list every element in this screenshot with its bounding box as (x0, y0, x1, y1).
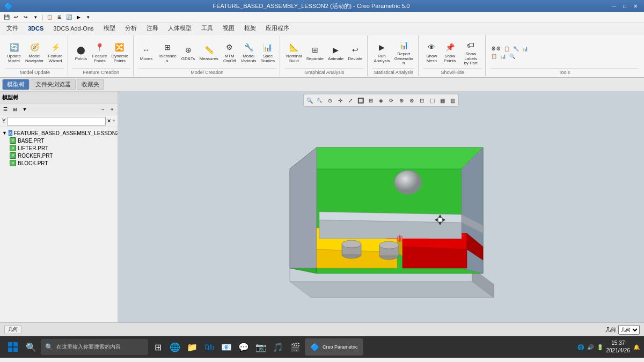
store-icon[interactable]: 🛍 (202, 339, 217, 354)
tool4-icon[interactable]: ▶ (75, 13, 83, 21)
tool3-icon[interactable]: 🔄 (65, 13, 74, 21)
music-icon[interactable]: 🎵 (270, 339, 286, 354)
dynamic-points-button[interactable]: 🔀 DynamicPoints (109, 40, 129, 65)
menu-tools[interactable]: 工具 (197, 23, 217, 33)
tree-sort-icon[interactable]: ▼ (20, 105, 29, 114)
clock[interactable]: 15:37 2021/4/26 (606, 339, 631, 354)
geometry-button[interactable]: 几何 (4, 325, 21, 334)
undo-icon[interactable]: ↩ (12, 13, 20, 21)
view2-button[interactable]: ⬚ (427, 95, 437, 105)
battery-icon[interactable]: 🔋 (597, 344, 603, 350)
feature-points-button[interactable]: 📍 FeaturePoints (91, 40, 109, 65)
axis-button[interactable]: ◈ (376, 95, 386, 105)
tool-btn-7[interactable]: 🔍 (508, 53, 516, 60)
tree-expand-icon[interactable]: ⊞ (11, 105, 19, 114)
zoom-in-button[interactable]: 🔍 (305, 95, 314, 105)
menu-3dcs[interactable]: 3DCS (24, 24, 48, 33)
wechat-icon[interactable]: 💬 (236, 339, 251, 354)
menu-3dcs-addons[interactable]: 3DCS Add-Ons (49, 24, 98, 33)
mtm-button[interactable]: ⚙ MTMOn/Off (221, 40, 238, 65)
show-points-button[interactable]: 📌 ShowPoints (441, 40, 458, 65)
model-variants-button[interactable]: 🔧 ModelVariants (239, 40, 258, 65)
tree-item-rocker[interactable]: P ROCKER.PRT (1, 152, 116, 159)
feature-wizard-button[interactable]: ⚡ FeatureWizard (46, 40, 64, 65)
view-select[interactable]: 几何 (618, 325, 640, 335)
tool-btn-6[interactable]: 📊 (499, 53, 507, 60)
moves-button[interactable]: ↔️ Moves (138, 42, 155, 63)
rotate-button[interactable]: ⤢ (346, 95, 355, 105)
nominal-build-button[interactable]: 📐 NominalBuild (284, 40, 303, 65)
menu-model[interactable]: 模型 (99, 23, 120, 33)
tool1-icon[interactable]: 📋 (46, 13, 54, 21)
show-labels-button[interactable]: 🏷 Show Labelsby Part (459, 38, 482, 67)
spec-studies-button[interactable]: 📊 SpecStudies (259, 40, 276, 65)
viewport[interactable]: 🔍 🔍- ⊙ ✛ ⤢ 🔲 ⊞ ◈ ⟳ ⊕ ⊗ ⊡ ⬚ ▦ ▧ (118, 92, 644, 322)
update-model-button[interactable]: 🔄 UpdateModel (5, 40, 23, 65)
tool-btn-1[interactable]: ⚙⚙ (490, 45, 502, 52)
view1-button[interactable]: ⊡ (417, 95, 427, 105)
menu-frame[interactable]: 框架 (240, 23, 260, 33)
title-controls[interactable]: ─ □ ✕ (610, 2, 640, 10)
tab-file-browser[interactable]: 文件夹浏览器 (31, 79, 76, 90)
tool-btn-2[interactable]: 📋 (503, 45, 511, 52)
tree-nav-icon[interactable]: → (98, 105, 107, 114)
menu-annotations[interactable]: 注释 (142, 23, 163, 33)
menu-view[interactable]: 视图 (218, 23, 239, 33)
grid-button[interactable]: ⊞ (366, 95, 376, 105)
render-button[interactable]: ▦ (437, 95, 447, 105)
report-generation-button[interactable]: 📊 ReportGeneration (392, 38, 415, 67)
gdts-button[interactable]: ⊕ GD&Ts (180, 42, 197, 63)
creo-taskbar-app[interactable]: 🔷 Creo Parametric (305, 338, 363, 356)
view-box-button[interactable]: 🔲 (356, 95, 365, 105)
tree-item-lifter[interactable]: P LIFTER.PRT (1, 144, 116, 152)
filter-input[interactable] (7, 117, 106, 125)
tool-btn-4[interactable]: 📊 (521, 45, 529, 52)
tree-item-assembly[interactable]: ▼ A FEATURE_BASED_ASSEMBLY_LESSON2.ASM (1, 129, 116, 137)
edge-icon[interactable]: 🌐 (167, 339, 182, 354)
tree-item-base[interactable]: P BASE.PRT (1, 137, 116, 144)
spin-button[interactable]: ⟳ (386, 95, 396, 105)
zoom-fit-button[interactable]: ⊙ (325, 95, 335, 105)
volume-icon[interactable]: 🔊 (587, 344, 594, 350)
model-navigator-button[interactable]: 🧭 ModelNavigator (24, 40, 45, 65)
save-icon[interactable]: 💾 (2, 13, 11, 21)
menu-analysis[interactable]: 分析 (121, 23, 141, 33)
mail-icon[interactable]: 📧 (219, 339, 234, 354)
minimize-button[interactable]: ─ (610, 2, 618, 10)
run-analysis-button[interactable]: ▶ RunAnalysis (372, 40, 391, 65)
deviate-button[interactable]: ↩ Deviate (346, 42, 364, 63)
menu-apps[interactable]: 应用程序 (261, 23, 294, 33)
menu-human[interactable]: 人体模型 (164, 23, 196, 33)
pan-button[interactable]: ✛ (335, 95, 345, 105)
tab-favorites[interactable]: 收藏夹 (77, 79, 104, 90)
explorer-icon[interactable]: 📁 (185, 339, 200, 354)
animate-button[interactable]: ▶ Animate (326, 42, 345, 63)
tool-btn-5[interactable]: 📋 (490, 53, 498, 60)
tool5-icon[interactable]: ▾ (84, 13, 93, 21)
tree-settings-icon[interactable]: ☰ (1, 105, 10, 114)
tree-add-icon[interactable]: + (108, 105, 116, 114)
tool-btn-3[interactable]: 🔧 (512, 45, 520, 52)
more-icon[interactable]: ▾ (31, 13, 40, 21)
tab-model-tree[interactable]: 模型树 (2, 79, 30, 90)
task-view-icon[interactable]: ⊞ (150, 339, 165, 354)
video-icon[interactable]: 🎬 (288, 339, 303, 354)
filter-add-icon[interactable]: + (112, 118, 115, 124)
separate-button[interactable]: ⊞ Separate (304, 42, 325, 63)
shade-button[interactable]: ▧ (448, 95, 457, 105)
measures-button[interactable]: 📏 Measures (198, 42, 220, 63)
tool2-icon[interactable]: ⊞ (55, 13, 64, 21)
points-button[interactable]: ⬤ Points (72, 42, 90, 63)
tree-item-block[interactable]: P BLOCK.PRT (1, 159, 116, 167)
notification-icon[interactable]: 🔔 (633, 344, 640, 350)
show-mesh-button[interactable]: 👁 ShowMesh (423, 40, 440, 65)
zoom-out-button[interactable]: 🔍- (315, 95, 325, 105)
search-taskbar[interactable]: 🔍 (24, 339, 39, 354)
search-bar[interactable]: 🔍 在这里输入你要搜索的内容 (41, 339, 148, 355)
menu-file[interactable]: 文件 (2, 23, 23, 33)
start-button[interactable] (4, 338, 21, 356)
filter-clear-icon[interactable]: ✕ (107, 118, 111, 124)
select-button[interactable]: ⊕ (397, 95, 406, 105)
deselect-button[interactable]: ⊗ (407, 95, 416, 105)
close-button[interactable]: ✕ (631, 2, 640, 10)
